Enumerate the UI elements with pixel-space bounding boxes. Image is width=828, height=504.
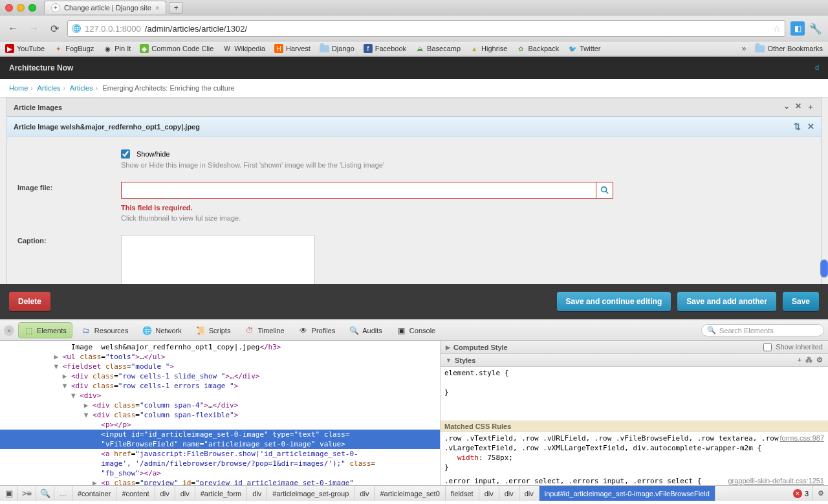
- bookmark-facebook[interactable]: fFacebook: [364, 44, 406, 53]
- crumb[interactable]: div: [155, 486, 175, 501]
- source-link[interactable]: forms.css:987: [780, 433, 824, 443]
- scrollbar-thumb[interactable]: [820, 259, 828, 278]
- bookmark-backpack[interactable]: ✿Backpack: [516, 44, 559, 53]
- devtools-close-icon[interactable]: ×: [4, 325, 14, 336]
- reload-button[interactable]: ⟳: [47, 21, 62, 36]
- bookmark-harvest[interactable]: HHarvest: [274, 44, 310, 53]
- settings-icon[interactable]: ⚙: [812, 486, 828, 501]
- bookmark-django[interactable]: Django: [320, 45, 354, 52]
- bookmark-star-icon[interactable]: ☆: [773, 24, 781, 34]
- save-button[interactable]: Save: [783, 292, 819, 311]
- tab-resources[interactable]: 🗂Resources: [76, 323, 134, 338]
- crumb-ellipsis[interactable]: …: [54, 486, 72, 501]
- bookmark-fogbugz[interactable]: ✦FogBugz: [54, 44, 94, 53]
- inspect-icon[interactable]: 🔍: [36, 486, 54, 501]
- show-inherited-checkbox[interactable]: [763, 343, 772, 351]
- elements-panel[interactable]: Image welsh&major_redfernho_opt1_copy|.j…: [0, 341, 440, 485]
- computed-style-header[interactable]: ▶Computed Style Show inherited: [441, 341, 828, 354]
- address-bar[interactable]: 🌐 127.0.0.1:8000/admin/articles/article/…: [67, 20, 785, 37]
- bookmark-twitter[interactable]: 🐦Twitter: [568, 44, 600, 53]
- wrench-icon[interactable]: 🔧: [809, 21, 823, 36]
- bookmarks-overflow-icon[interactable]: »: [742, 44, 746, 53]
- network-icon: 🌐: [142, 325, 152, 335]
- collapse-icon[interactable]: ⌄: [783, 102, 790, 113]
- other-bookmarks[interactable]: Other Bookmarks: [755, 45, 823, 52]
- tab-console[interactable]: ▣Console: [391, 323, 441, 338]
- save-continue-button[interactable]: Save and continue editing: [557, 292, 671, 311]
- crumb-selected[interactable]: input#id_articleimage_set-0-image.vFileB…: [539, 486, 715, 501]
- image-file-input[interactable]: [121, 182, 596, 199]
- delete-button[interactable]: Delete: [9, 292, 50, 311]
- toggle-state-icon[interactable]: ⁂: [805, 356, 812, 364]
- browser-tab[interactable]: ✦ Change article | Django site ×: [44, 1, 166, 14]
- crumb[interactable]: div: [519, 486, 539, 501]
- error-badge[interactable]: ✕3: [789, 489, 812, 498]
- audits-icon: 🔍: [349, 325, 359, 335]
- user-indicator[interactable]: d: [815, 63, 819, 72]
- bookmark-commoncode[interactable]: ◆Common Code Clie: [140, 44, 213, 53]
- crumb[interactable]: #article_form: [195, 486, 248, 501]
- tab-profiles[interactable]: 👁Profiles: [294, 323, 341, 338]
- content: Article Images ⌄ ✕ ＋ Article Image welsh…: [0, 98, 828, 284]
- back-button[interactable]: ←: [5, 21, 21, 36]
- basecamp-icon: ⛰: [415, 44, 424, 53]
- bookmark-highrise[interactable]: ▲Highrise: [470, 44, 507, 53]
- crumb-articles-list[interactable]: Articles: [70, 84, 93, 92]
- tab-elements[interactable]: ⬚Elements: [18, 322, 72, 338]
- pin-icon: ◉: [103, 44, 112, 53]
- search-icon: [600, 186, 609, 195]
- close-tab-icon[interactable]: ×: [155, 4, 159, 12]
- devtools-search[interactable]: 🔍 Search Elements: [701, 324, 824, 336]
- extension-icon[interactable]: ◧: [790, 21, 805, 36]
- tab-timeline[interactable]: ⏱Timeline: [239, 323, 289, 338]
- source-link[interactable]: grappelli-skin-default.css:1251: [728, 476, 824, 486]
- browser-actions: ◧ 🔧: [790, 21, 823, 36]
- dock-icon[interactable]: ▣: [0, 486, 18, 501]
- tab-scripts[interactable]: 📜Scripts: [191, 323, 236, 338]
- console-icon: ▣: [397, 325, 406, 335]
- add-style-icon[interactable]: +: [798, 356, 801, 364]
- tab-audits[interactable]: 🔍Audits: [344, 323, 387, 338]
- crumb[interactable]: div: [479, 486, 499, 501]
- crumb[interactable]: div: [247, 486, 267, 501]
- crumb[interactable]: div: [175, 486, 195, 501]
- zoom-window-icon[interactable]: [28, 4, 36, 12]
- crumb-home[interactable]: Home: [9, 84, 28, 92]
- harvest-icon: H: [274, 44, 283, 53]
- remove-icon[interactable]: ✕: [807, 122, 814, 131]
- gear-icon[interactable]: ⚙: [816, 356, 823, 364]
- crumb[interactable]: #articleimage_set-group: [267, 486, 354, 501]
- crumb[interactable]: #content: [116, 486, 155, 501]
- bookmark-basecamp[interactable]: ⛰Basecamp: [415, 44, 461, 53]
- console-toggle-icon[interactable]: >≡: [18, 486, 36, 501]
- wikipedia-icon: W: [223, 44, 232, 53]
- bookmark-pinit[interactable]: ◉Pin It: [103, 44, 131, 53]
- showhide-help: Show or Hide this image in Slideshow. Fi…: [121, 161, 811, 169]
- close-icon[interactable]: ✕: [795, 102, 801, 113]
- matched-rules-header: Matched CSS Rules: [441, 421, 828, 432]
- caption-textarea[interactable]: [121, 235, 315, 284]
- save-add-button[interactable]: Save and add another: [677, 292, 776, 311]
- crumb[interactable]: #container: [72, 486, 116, 501]
- file-browse-button[interactable]: [596, 182, 613, 199]
- crumb[interactable]: div: [354, 486, 375, 501]
- styles-header[interactable]: ▼Styles+⁂⚙: [441, 354, 828, 367]
- showhide-checkbox[interactable]: [121, 149, 130, 159]
- crumb-articles[interactable]: Articles: [37, 84, 60, 92]
- forward-button[interactable]: →: [26, 21, 41, 36]
- minimize-window-icon[interactable]: [17, 4, 25, 12]
- svg-point-0: [601, 187, 606, 192]
- crumb[interactable]: #articleimage_set0: [375, 486, 445, 501]
- sort-icon[interactable]: ⇅: [794, 122, 801, 131]
- crumb[interactable]: fieldset: [446, 486, 479, 501]
- traffic-lights[interactable]: [5, 4, 36, 12]
- youtube-icon: ▶: [5, 44, 14, 53]
- bookmark-youtube[interactable]: ▶YouTube: [5, 44, 45, 53]
- tab-network[interactable]: 🌐Network: [137, 323, 186, 338]
- add-icon[interactable]: ＋: [807, 102, 814, 113]
- bookmark-wikipedia[interactable]: WWikipedia: [223, 44, 265, 53]
- close-window-icon[interactable]: [5, 4, 13, 12]
- crumb[interactable]: div: [499, 486, 519, 501]
- favicon-icon: ✦: [51, 3, 60, 12]
- new-tab-button[interactable]: +: [169, 2, 183, 14]
